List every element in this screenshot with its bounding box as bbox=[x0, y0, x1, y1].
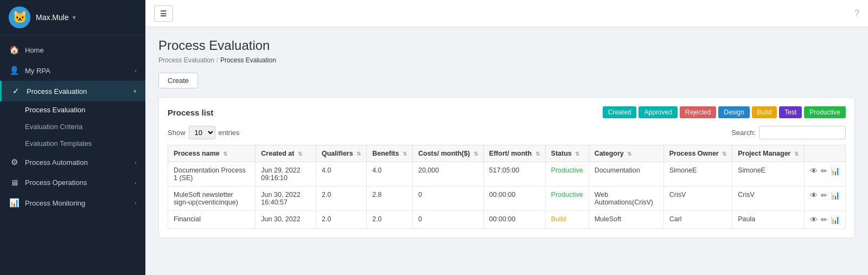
chart-icon[interactable]: 📊 bbox=[831, 167, 840, 175]
sidebar-item-home[interactable]: 🏠 Home bbox=[0, 40, 145, 60]
col-project-manager[interactable]: Project Manager ⇅ bbox=[732, 145, 805, 162]
sidebar-item-process-monitoring[interactable]: 📊 Process Monitoring ‹ bbox=[0, 193, 145, 213]
sidebar-item-label: Process Automation bbox=[25, 158, 129, 167]
username-chevron-icon: ▼ bbox=[72, 15, 77, 21]
cell-effort-month: 517:05:00 bbox=[483, 162, 545, 187]
process-list-header: Process list Created Approved Rejected D… bbox=[168, 106, 846, 118]
view-icon[interactable]: 👁 bbox=[810, 167, 818, 175]
search-input[interactable] bbox=[759, 126, 846, 139]
breadcrumb-parent[interactable]: Process Evaluation bbox=[158, 56, 214, 64]
sidebar-item-process-automation[interactable]: ⚙ Process Automation ‹ bbox=[0, 152, 145, 172]
cell-project-manager: Paula bbox=[732, 211, 805, 229]
chevron-down-icon: ▾ bbox=[133, 88, 137, 95]
badge-rejected[interactable]: Rejected bbox=[680, 106, 716, 118]
help-icon[interactable]: ? bbox=[854, 9, 859, 18]
cell-category: Web Automations(CrisV) bbox=[589, 187, 663, 211]
badge-build[interactable]: Build bbox=[752, 106, 777, 118]
col-benefits[interactable]: Benefits ⇅ bbox=[367, 145, 413, 162]
edit-icon[interactable]: ✏ bbox=[821, 215, 827, 224]
operations-icon: 🖥 bbox=[9, 178, 20, 187]
cell-created-at: Jun 29, 2022 09:16:10 bbox=[256, 162, 316, 187]
subitem-label: Evaluation Templates bbox=[25, 139, 92, 148]
user-icon: 👤 bbox=[9, 66, 20, 75]
cell-actions: 👁 ✏ 📊 bbox=[804, 187, 845, 211]
cell-costs-month: 20,000 bbox=[412, 162, 483, 187]
sidebar-item-process-operations[interactable]: 🖥 Process Operations ‹ bbox=[0, 172, 145, 193]
entries-select[interactable]: 10 25 50 bbox=[189, 126, 215, 139]
sidebar-item-my-rpa[interactable]: 👤 My RPA ‹ bbox=[0, 60, 145, 81]
cell-process-owner: SimoneE bbox=[663, 162, 732, 187]
col-actions bbox=[804, 145, 845, 162]
col-status[interactable]: Status ⇅ bbox=[545, 145, 589, 162]
col-process-name[interactable]: Process name ⇅ bbox=[168, 145, 256, 162]
cell-category: MuleSoft bbox=[589, 211, 663, 229]
sort-icon: ⇅ bbox=[627, 151, 631, 157]
col-costs-month[interactable]: Costs/ month($) ⇅ bbox=[412, 145, 483, 162]
table-row: Financial Jun 30, 2022 2.0 2.0 0 00:00:0… bbox=[168, 211, 846, 229]
sort-icon: ⇅ bbox=[794, 151, 799, 157]
badge-test[interactable]: Test bbox=[779, 106, 802, 118]
breadcrumb-separator: / bbox=[216, 56, 218, 64]
sidebar-item-process-evaluation[interactable]: ✓ Process Evaluation ▾ bbox=[0, 81, 145, 101]
page-content: Process Evaluation Process Evaluation / … bbox=[145, 27, 868, 275]
chart-icon[interactable]: 📊 bbox=[831, 191, 840, 200]
view-icon[interactable]: 👁 bbox=[810, 191, 818, 200]
show-label: Show bbox=[168, 129, 186, 137]
col-effort-month[interactable]: Effort/ month ⇅ bbox=[483, 145, 545, 162]
edit-icon[interactable]: ✏ bbox=[821, 191, 827, 200]
cell-project-manager: SimoneE bbox=[732, 162, 805, 187]
cell-benefits: 4.0 bbox=[367, 162, 413, 187]
monitoring-icon: 📊 bbox=[9, 198, 20, 208]
checkmark-icon: ✓ bbox=[10, 86, 21, 96]
search-label: Search: bbox=[731, 129, 756, 137]
sort-icon: ⇅ bbox=[535, 151, 540, 157]
col-process-owner[interactable]: Process Owner ⇅ bbox=[663, 145, 732, 162]
badge-approved[interactable]: Approved bbox=[639, 106, 677, 118]
sidebar-username[interactable]: Max.Mule ▼ bbox=[36, 13, 77, 22]
sidebar-item-label: My RPA bbox=[25, 67, 129, 75]
create-button[interactable]: Create bbox=[158, 73, 198, 88]
automation-icon: ⚙ bbox=[9, 157, 20, 167]
entries-label: entries bbox=[219, 129, 240, 137]
cell-category: Documentation bbox=[589, 162, 663, 187]
sidebar: Max.Mule ▼ 🏠 Home 👤 My RPA ‹ ✓ Process E… bbox=[0, 0, 145, 275]
cell-actions: 👁 ✏ 📊 bbox=[804, 211, 845, 229]
badge-design[interactable]: Design bbox=[718, 106, 749, 118]
process-list-card: Process list Created Approved Rejected D… bbox=[158, 97, 855, 238]
col-category[interactable]: Category ⇅ bbox=[589, 145, 663, 162]
table-controls: Show 10 25 50 entries Search: bbox=[168, 126, 846, 139]
search-box: Search: bbox=[731, 126, 846, 139]
edit-icon[interactable]: ✏ bbox=[821, 167, 827, 175]
hamburger-button[interactable]: ☰ bbox=[154, 5, 173, 22]
sidebar-subitem-process-evaluation[interactable]: Process Evaluation bbox=[0, 101, 145, 118]
badge-productive[interactable]: Productive bbox=[804, 106, 846, 118]
sort-icon: ⇅ bbox=[403, 151, 407, 157]
sidebar-item-label: Process Operations bbox=[25, 178, 129, 187]
table-header-row: Process name ⇅ Created at ⇅ Qualifiers ⇅ bbox=[168, 145, 846, 162]
sort-icon: ⇅ bbox=[223, 151, 227, 157]
sidebar-subitem-evaluation-criteria[interactable]: Evaluation Criteria bbox=[0, 118, 145, 135]
sidebar-item-label: Process Monitoring bbox=[25, 199, 129, 207]
view-icon[interactable]: 👁 bbox=[810, 215, 818, 224]
cell-effort-month: 00:00:00 bbox=[483, 187, 545, 211]
sidebar-item-label: Process Evaluation bbox=[27, 87, 128, 95]
sidebar-header: Max.Mule ▼ bbox=[0, 0, 145, 35]
chart-icon[interactable]: 📊 bbox=[831, 215, 840, 224]
col-qualifiers[interactable]: Qualifiers ⇅ bbox=[316, 145, 367, 162]
cell-qualifiers: 2.0 bbox=[316, 187, 367, 211]
cell-created-at: Jun 30, 2022 bbox=[256, 211, 316, 229]
main-content: ☰ ? Process Evaluation Process Evaluatio… bbox=[145, 0, 868, 275]
subitem-label: Evaluation Criteria bbox=[25, 123, 82, 131]
cell-benefits: 2.0 bbox=[367, 211, 413, 229]
home-icon: 🏠 bbox=[9, 45, 20, 55]
col-created-at[interactable]: Created at ⇅ bbox=[256, 145, 316, 162]
subitem-label: Process Evaluation bbox=[25, 106, 85, 114]
badge-created[interactable]: Created bbox=[603, 106, 637, 118]
sort-icon: ⇅ bbox=[356, 151, 361, 157]
cell-effort-month: 00:00:00 bbox=[483, 211, 545, 229]
cell-benefits: 2.8 bbox=[367, 187, 413, 211]
sidebar-subitem-evaluation-templates[interactable]: Evaluation Templates bbox=[0, 135, 145, 152]
sort-icon: ⇅ bbox=[722, 151, 726, 157]
cell-costs-month: 0 bbox=[412, 187, 483, 211]
status-badges: Created Approved Rejected Design Build T… bbox=[603, 106, 846, 118]
